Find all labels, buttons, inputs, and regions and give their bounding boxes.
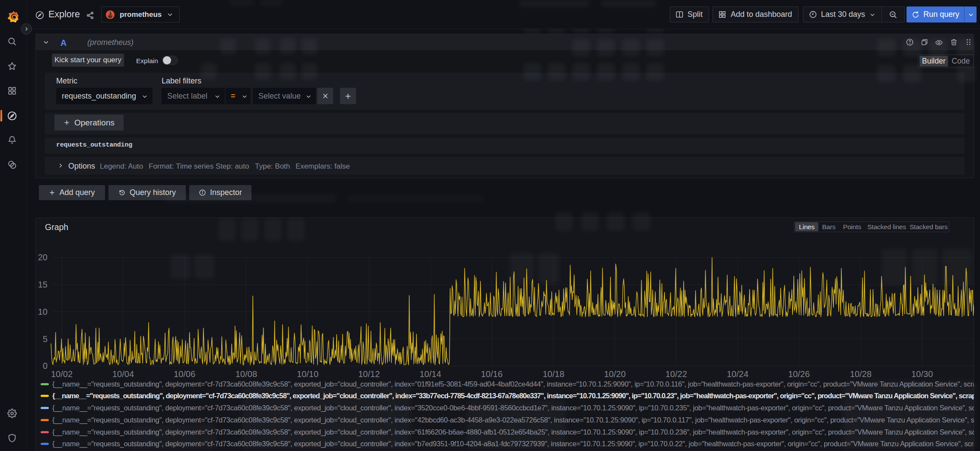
svg-text:10/02: 10/02: [51, 369, 73, 379]
svg-text:10/26: 10/26: [788, 369, 810, 379]
svg-text:20: 20: [38, 253, 48, 262]
svg-text:10/30: 10/30: [911, 369, 933, 379]
svg-text:10/24: 10/24: [727, 369, 748, 379]
svg-text:10/12: 10/12: [358, 369, 380, 379]
svg-text:10/18: 10/18: [543, 369, 564, 379]
svg-text:10/10: 10/10: [297, 369, 318, 379]
svg-text:10/04: 10/04: [112, 369, 134, 379]
svg-text:10/22: 10/22: [665, 369, 687, 379]
svg-text:10/06: 10/06: [174, 369, 195, 379]
svg-text:10/20: 10/20: [604, 369, 626, 379]
svg-text:15: 15: [38, 280, 48, 289]
svg-text:10/28: 10/28: [850, 369, 872, 379]
svg-text:10/08: 10/08: [235, 369, 257, 379]
svg-text:10/16: 10/16: [481, 369, 503, 379]
svg-text:10/14: 10/14: [420, 369, 441, 379]
svg-text:10: 10: [38, 307, 48, 317]
svg-text:5: 5: [43, 334, 48, 344]
svg-text:0: 0: [43, 361, 48, 371]
